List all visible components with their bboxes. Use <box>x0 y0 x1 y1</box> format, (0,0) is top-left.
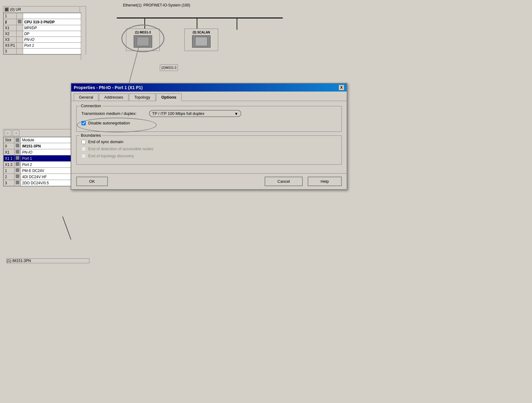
tab-topology[interactable]: Topology <box>129 93 156 101</box>
drop-line-2 <box>197 18 197 30</box>
icon-cell <box>16 31 23 37</box>
slot-cell: 1 <box>4 13 17 19</box>
icon-cell <box>16 49 23 54</box>
cancel-button[interactable]: Cancel <box>265 177 303 186</box>
connection-section: Connection Transmission medium / duplex:… <box>76 106 342 132</box>
topology-discovery-row: End of topology discovery <box>81 154 337 158</box>
autoneg-checkbox[interactable] <box>81 121 86 125</box>
tab-topology-label: Topology <box>134 95 150 100</box>
scrollbar-top[interactable] <box>80 7 85 12</box>
hw-config-top-title: (0) UR <box>10 7 21 12</box>
nav-forward-button[interactable]: → <box>13 130 19 136</box>
hw-config-top-icon: 🖥 <box>5 7 9 12</box>
topology-area: (1) IM151-3 (3) SCALAN (2)IM151-3 <box>98 5 313 81</box>
device-body-3 <box>195 37 207 46</box>
dialog-titlebar: Properties - PN-IO - Port 1 (X1 P1) X <box>71 84 347 92</box>
slot-num-cell: X1 <box>4 149 14 155</box>
tab-addresses-label: Addresses <box>104 95 123 100</box>
device-im151-1: (1) IM151-3 <box>126 29 160 51</box>
transmission-dropdown-wrapper: TP / ITP 100 Mbps full duplex TP / ITP 1… <box>149 110 241 117</box>
dialog-title: Properties - PN-IO - Port 1 (X1 P1) <box>74 85 143 90</box>
module-icon <box>18 20 22 23</box>
dialog-content: Connection Transmission medium / duplex:… <box>71 101 347 173</box>
table-row: 2CPU 319-3 PN/DP <box>4 19 86 25</box>
slot-icon-glyph <box>16 150 19 154</box>
slot-num-cell: X1 2 <box>4 162 14 168</box>
module-cell: MPI/DP <box>23 25 85 31</box>
slot-icon-glyph <box>16 168 19 172</box>
device-scalan-icon <box>192 35 211 48</box>
device-im151-1-icon <box>134 35 152 48</box>
right-buttons: Cancel Help <box>265 177 342 186</box>
drop-line-3 <box>237 18 237 30</box>
connection-section-label: Connection <box>80 104 102 108</box>
hw-config-top-table: 12CPU 319-3 PN/DPX1MPI/DPX2DPX3PN-IOX3 P… <box>3 13 86 54</box>
icon-cell <box>16 37 23 43</box>
slot-num-cell: 3 <box>4 180 14 186</box>
slot-icon-glyph <box>16 156 19 160</box>
transmission-dropdown[interactable]: TP / ITP 100 Mbps full duplex TP / ITP 1… <box>152 111 238 116</box>
accessible-nodes-row: End of detection of accessible nodes <box>81 147 337 151</box>
vertical-scrollbar[interactable] <box>81 12 86 60</box>
slot-num-cell: 0 <box>4 143 14 149</box>
accessible-nodes-checkbox <box>81 147 86 151</box>
sync-domain-row: End of sync domain <box>81 139 337 144</box>
slot-header: Slot <box>4 137 14 143</box>
slot-icon-cell <box>14 180 21 186</box>
slot-cell: 2 <box>4 19 17 25</box>
table-row: X3PN-IO <box>4 37 86 43</box>
accessible-nodes-label: End of detection of accessible nodes <box>88 147 153 151</box>
ethernet-line <box>117 18 283 18</box>
slot-icon-cell <box>14 155 21 162</box>
hw-config-top-titlebar: 🖥 (0) UR <box>3 6 86 13</box>
module-cell: CPU 319-3 PN/DP <box>23 19 85 25</box>
icon-cell <box>16 19 23 25</box>
device-scalan-3: (3) SCALAN <box>184 29 218 51</box>
boundaries-section-label: Boundaries <box>80 133 102 138</box>
dialog-buttons-bar: OK Cancel Help <box>71 173 347 189</box>
slot-icon-glyph <box>16 174 19 178</box>
slot-icon-glyph <box>16 144 19 147</box>
slot-icon-glyph <box>16 162 19 166</box>
module-cell: Port 1 <box>23 43 85 49</box>
slot-cell: X1 <box>4 25 17 31</box>
slot-icon-cell <box>14 168 21 174</box>
tab-addresses[interactable]: Addresses <box>99 93 128 101</box>
tab-general[interactable]: General <box>74 93 98 101</box>
slot-icon-glyph <box>16 181 19 184</box>
module-cell: PN-IO <box>23 37 85 43</box>
transmission-label: Transmission medium / duplex: <box>81 111 149 116</box>
nav-back-button[interactable]: ← <box>5 130 11 136</box>
slot-cell: X3 <box>4 37 17 43</box>
hw-config-top-window: 🖥 (0) UR 12CPU 319-3 PN/DPX1MPI/DPX2DPX3… <box>3 6 86 55</box>
connector-diagonal <box>129 48 139 83</box>
tab-options-label: Options <box>161 95 176 100</box>
device-scalan-3-label: (3) SCALAN <box>187 31 216 34</box>
device-im151-1-label: (1) IM151-3 <box>128 31 158 34</box>
table-row: X1MPI/DP <box>4 25 86 31</box>
device-im151-2-label: (2)IM151-3 <box>161 66 176 69</box>
topology-discovery-label: End of topology discovery <box>88 154 134 158</box>
tab-general-label: General <box>79 95 93 100</box>
slot-icon-cell <box>14 143 21 149</box>
slot-icon-cell <box>14 174 21 180</box>
icon-cell <box>16 43 23 49</box>
slot-icon-cell <box>14 149 21 155</box>
ok-button[interactable]: OK <box>76 177 108 186</box>
module-cell <box>23 49 85 54</box>
help-button[interactable]: Help <box>308 177 342 186</box>
icon-header-glyph <box>16 138 19 142</box>
slot-num-cell: 1 <box>4 168 14 174</box>
device-im151-2: (2)IM151-3 <box>160 65 178 71</box>
module-cell <box>23 13 85 19</box>
boundaries-section: Boundaries End of sync domain End of det… <box>76 135 342 165</box>
slot-cell: X3 P1 <box>4 43 17 49</box>
tab-options[interactable]: Options <box>156 93 182 101</box>
autoneg-container: Disable autonegotiation <box>81 121 130 128</box>
sync-domain-checkbox[interactable] <box>81 140 86 144</box>
icon-cell <box>16 25 23 31</box>
drop-line-1 <box>144 18 145 30</box>
dialog-tabs: General Addresses Topology Options <box>71 92 347 101</box>
dialog-close-button[interactable]: X <box>339 85 344 90</box>
properties-dialog: Properties - PN-IO - Port 1 (X1 P1) X Ge… <box>71 83 347 190</box>
